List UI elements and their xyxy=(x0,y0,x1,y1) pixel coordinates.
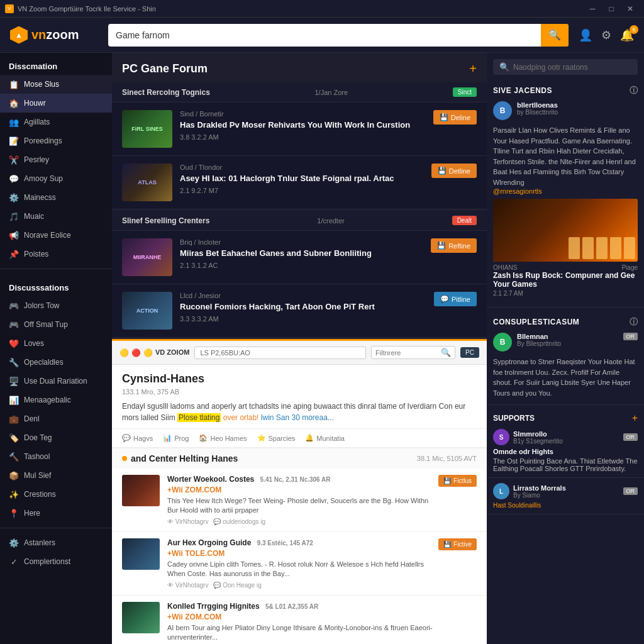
sidebar-item-use-dual[interactable]: 🖥️ Use Dual Rariation xyxy=(0,372,112,391)
sidebar-item-here[interactable]: 📍 Here xyxy=(0,504,112,523)
post-action-button-2[interactable]: 💾 Fictive xyxy=(438,538,477,550)
chart-icon: 📊 xyxy=(9,395,19,405)
sidebar-label: Norave Eolice xyxy=(24,231,71,240)
search-input[interactable] xyxy=(108,30,541,40)
sidebar-item-norave-eolice[interactable]: 📢 Norave Eolice xyxy=(0,226,112,245)
user-icon[interactable]: 👤 xyxy=(579,28,592,42)
btn-label-4: Pitline xyxy=(452,296,470,303)
titlebar-controls: ─ □ ✕ xyxy=(584,0,639,18)
sidebar-item-crestions[interactable]: ✨ Crestions xyxy=(0,485,112,504)
section2-badge: Dealt xyxy=(452,216,477,225)
sidebar-item-mainecss[interactable]: ⚙️ Mainecss xyxy=(0,188,112,207)
support-title-1: Omnde odr Hights xyxy=(493,448,638,455)
right-search-input[interactable] xyxy=(513,63,631,72)
thread-action-prog[interactable]: 📊 Prog xyxy=(163,434,189,442)
thread-action-hagvs[interactable]: 💬 Hagvs xyxy=(122,434,153,442)
favicon-g: 🔴 xyxy=(131,348,141,357)
post-time: 5& L01 A2,355 AR xyxy=(265,603,318,610)
post-title-2: Aur Hex Orgoing Guide 9.3 Estéic, 145 A7… xyxy=(167,538,431,547)
post-text: This Yee Hew Itch Wege? Teer Weing- Phos… xyxy=(167,496,431,516)
featured-link[interactable]: @rnresagionrtls xyxy=(493,187,638,195)
info-icon[interactable]: ⓘ xyxy=(630,85,638,96)
close-button[interactable]: ✕ xyxy=(621,0,639,18)
featured-username: bllertlloenas xyxy=(517,101,638,109)
sidebar-item-tashool[interactable]: 🔨 Tashool xyxy=(0,447,112,466)
sidebar-item-complertionst[interactable]: ✓ Complertionst xyxy=(0,552,112,571)
highlight-1: Plose tlating xyxy=(177,413,221,422)
forum-plus-button[interactable]: + xyxy=(469,62,477,76)
read-more-link[interactable]: lwin San 30 moreaa... xyxy=(261,413,334,422)
sidebar-item-mul-sief[interactable]: 📦 Mul Sief xyxy=(0,466,112,485)
sidebar-item-poistes[interactable]: 📌 Poistes xyxy=(0,245,112,264)
notification-badge: 6 xyxy=(630,25,638,34)
game-banner xyxy=(493,199,638,262)
sidebar-item-doe-teg[interactable]: 🏷️ Doe Teg xyxy=(0,428,112,447)
sidebar-item-loves[interactable]: ❤️ Loves xyxy=(0,334,112,353)
game-banner-container: OHIANS Piage Zash Iss Rup Bock: Compuner… xyxy=(487,199,644,304)
settings-icon[interactable]: ⚙ xyxy=(601,28,611,42)
star-icon: ⭐ xyxy=(257,434,266,442)
sidebar-item-muaic[interactable]: 🎵 Muaic xyxy=(0,207,112,226)
topic-action-button-2[interactable]: 💾 Detline xyxy=(431,164,477,178)
community-badge: OR xyxy=(623,333,638,340)
topic-action-3: 💾 Reftine xyxy=(431,238,477,253)
sidebar-item-agiillats[interactable]: 👥 Agiillats xyxy=(0,113,112,131)
sidebar-label: Denl xyxy=(24,414,40,423)
post-text-3: AI bern Tour aing Her Pliator Diny Longe… xyxy=(167,623,477,643)
topic-action: 💾 Deline xyxy=(433,110,477,125)
topic-section-2: Slinef Serelling Crenters 1/credter Deal… xyxy=(112,211,487,338)
post-actions-2: 💾 Fictive xyxy=(438,538,477,589)
thread-action-sparcies[interactable]: ⭐ Sparcies xyxy=(257,434,296,442)
megaphone-icon: 📢 xyxy=(9,230,19,240)
sidebar-section1-title: Disscmation xyxy=(0,53,112,75)
post-content-3: Konlled Trrgging Hignites 5& L01 A2,355 … xyxy=(167,602,477,643)
users-icon: 👥 xyxy=(9,117,19,127)
sidebar-item-houwr[interactable]: 🏠 Houwr xyxy=(0,94,112,113)
minimize-button[interactable]: ─ xyxy=(584,0,601,18)
browser-url[interactable]: LS P2,65BU:AO xyxy=(194,347,366,359)
topic-author-3: Briq / Incloter xyxy=(180,238,423,246)
supports-plus[interactable]: + xyxy=(632,413,638,424)
list-icon: 📋 xyxy=(9,79,19,89)
thread-search-icon[interactable]: 🔍 xyxy=(441,348,451,357)
topic-action-button-3[interactable]: 💾 Reftine xyxy=(431,238,477,253)
thread-search-input[interactable] xyxy=(375,349,438,357)
sidebar-item-opeclaldles[interactable]: 🔧 Opeclaldles xyxy=(0,353,112,372)
topic-content-2: Oud / Tlondor Asey HI Iax: 01 Haclorgh T… xyxy=(180,164,424,194)
sidebar-label: Here xyxy=(24,509,40,518)
sidebar-item-mose-slus[interactable]: 📋 Mose Slus xyxy=(0,75,112,94)
sidebar-item-astanlers[interactable]: ⚙️ Astanlers xyxy=(0,533,112,552)
sidebar-item-off-smal-tup[interactable]: 🎮 Off Smal Tup xyxy=(0,315,112,334)
tag-icon: 🏷️ xyxy=(9,433,19,443)
sidebar-item-jolors-tow[interactable]: 🎮 Jolors Tow xyxy=(0,296,112,315)
community-text: Sypptronae to Stner Raeqister Your Haote… xyxy=(493,357,638,398)
forum-header: PC Gane Forum + xyxy=(112,53,487,82)
thread-action-munitatia[interactable]: 🔔 Munitatia xyxy=(305,434,345,442)
sidebar-item-poreedings[interactable]: 📝 Poreedings xyxy=(0,131,112,150)
sidebar-item-menaagebalic[interactable]: 📊 Menaagebalic xyxy=(0,391,112,409)
favicon-vd: 🟡 xyxy=(119,348,129,357)
btn-icon-2: 💾 xyxy=(438,167,447,175)
topic-action-button-4[interactable]: 💬 Pitline xyxy=(434,292,477,306)
search-button[interactable]: 🔍 xyxy=(541,24,569,47)
topic-action-button[interactable]: 💾 Deline xyxy=(433,110,477,125)
support-sub-1: B1y S1segmertito xyxy=(513,438,563,445)
post-action-button-1[interactable]: 💾 Fictlus xyxy=(438,475,477,487)
sidebar-item-amooy-sup[interactable]: 💬 Amooy Sup xyxy=(0,169,112,188)
community-section: CONSUPLESTICASUM ⓘ B Bllemnan By Bllespr… xyxy=(487,310,644,402)
brand-text: VD ZOIOM xyxy=(155,348,189,357)
chat-icon: 💬 xyxy=(122,434,131,442)
sidebar-item-pesrley[interactable]: ✂️ Pesrley xyxy=(0,150,112,169)
main-content: PC Gane Forum + Sinect Rercolng Tognics … xyxy=(112,53,487,644)
sidebar-item-denl[interactable]: 💼 Denl xyxy=(0,409,112,428)
supports-title: SUPPORTS xyxy=(493,414,535,423)
titlebar-left: V VN Zoom Gomprtüire Tocrk Ile Service -… xyxy=(5,4,156,13)
notification-icon[interactable]: 🔔 6 xyxy=(620,28,634,42)
thread-action-heo-hames[interactable]: 🏠 Heo Hames xyxy=(199,434,247,442)
post-thumbnail-2 xyxy=(122,538,160,570)
maximize-button[interactable]: □ xyxy=(602,0,620,18)
thread-badge: PC xyxy=(460,347,479,358)
community-info-icon[interactable]: ⓘ xyxy=(630,316,638,328)
topic-author: Sind / Bornetir xyxy=(180,110,426,118)
thread-body-text: Endayl sguslll ladoms and aoperly art tc… xyxy=(122,402,465,422)
